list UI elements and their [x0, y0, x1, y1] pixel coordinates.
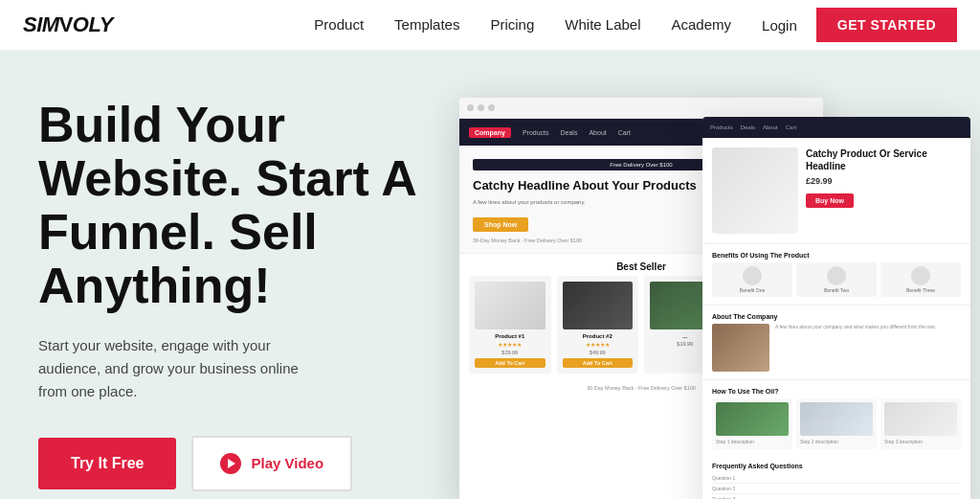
about-title: About The Company: [712, 313, 961, 320]
mockup-product-page: Products Deals About Cart Catchy Product…: [702, 117, 970, 499]
mockup-company-badge: Company: [469, 127, 511, 138]
logo: SIMVOLY: [23, 12, 113, 37]
product-text: Step 3 description: [884, 439, 957, 445]
product-text: Step 1 description: [716, 439, 789, 445]
navigation: SIMVOLY Product Templates Pricing White …: [0, 0, 980, 50]
add-to-cart-btn: Add To Cart: [475, 358, 546, 368]
product-stars: ★★★★★: [475, 341, 546, 348]
list-item: Product #2 ★★★★★ $49.99 Add To Cart: [557, 276, 639, 374]
list-item: Product #1 ★★★★★ $29.99 Add To Cart: [469, 276, 551, 374]
hero-subtext: Start your website, engage with your aud…: [38, 334, 325, 403]
mockup-about: About The Company A few lines about your…: [702, 306, 970, 380]
get-started-button[interactable]: GET STARTED: [816, 8, 957, 42]
nav-item-templates[interactable]: Templates: [394, 16, 459, 34]
benefit-label: Benefit Two: [800, 287, 873, 293]
play-triangle: [228, 459, 235, 468]
nav-item-product[interactable]: Product: [314, 16, 364, 34]
product-hero-info: Catchy Product Or Service Headline £29.9…: [806, 147, 961, 234]
product-name: Product #2: [563, 333, 634, 339]
hero-buttons: Try It Free Play Video: [38, 436, 450, 491]
login-link[interactable]: Login: [762, 17, 797, 34]
benefit-label: Benefit Three: [884, 287, 957, 293]
benefits-title: Benefits Of Using The Product: [712, 252, 961, 259]
list-item: Step 1 description: [712, 398, 792, 449]
list-item: Question 2: [712, 484, 961, 494]
about-text: A few lines about your company and what …: [775, 324, 936, 372]
list-item: Benefit Three: [880, 262, 961, 297]
product-price: $49.99: [563, 350, 634, 355]
mockup-right-products: How To Use The Oil? Step 1 description S…: [702, 380, 970, 457]
benefits-grid: Benefit One Benefit Two Benefit Three: [712, 262, 961, 297]
hero-section: Build Your Website. Start A Funnel. Sell…: [0, 50, 980, 499]
mockup-shop-btn: Shop Now: [473, 217, 528, 232]
play-video-button[interactable]: Play Video: [191, 436, 352, 491]
product-image: [716, 402, 789, 436]
hero-right: Company Products Deals About Cart Free D…: [450, 88, 942, 499]
list-item: Benefit One: [712, 262, 792, 297]
product-hero-price: £29.99: [806, 176, 961, 186]
products-row: Step 1 description Step 2 description St…: [712, 398, 961, 449]
benefit-icon: [911, 266, 930, 285]
mockup-benefits: Benefits Of Using The Product Benefit On…: [702, 244, 970, 306]
mockup-right-header: Products Deals About Cart: [702, 117, 970, 138]
list-item: Benefit Two: [796, 262, 877, 297]
hero-left: Build Your Website. Start A Funnel. Sell…: [38, 88, 450, 499]
nav-item-whitelabel[interactable]: White Label: [565, 16, 640, 34]
buy-now-btn: Buy Now: [806, 193, 854, 208]
hero-headline: Build Your Website. Start A Funnel. Sell…: [38, 98, 450, 313]
try-free-button[interactable]: Try It Free: [38, 438, 176, 489]
list-item: Question 1: [712, 473, 961, 484]
product-price: $29.99: [475, 350, 546, 355]
about-content: A few lines about your company and what …: [712, 324, 961, 372]
product-hero-image: [712, 147, 798, 234]
nav-item-academy[interactable]: Academy: [672, 16, 732, 34]
nav-links: Product Templates Pricing White Label Ac…: [314, 16, 731, 34]
product-name: Product #1: [475, 333, 546, 339]
product-image: [884, 402, 957, 436]
nav-item-pricing[interactable]: Pricing: [490, 16, 534, 34]
faq-title: Frequently Asked Questions: [712, 463, 961, 469]
mockup-product-hero: Catchy Product Or Service Headline £29.9…: [702, 138, 970, 244]
list-item: Question 3: [712, 494, 961, 500]
list-item: Step 3 description: [880, 398, 961, 449]
product-image: [475, 282, 546, 329]
play-video-label: Play Video: [251, 455, 323, 471]
about-image: [712, 324, 769, 372]
product-hero-title: Catchy Product Or Service Headline: [806, 147, 961, 172]
mockup-topbar: [459, 98, 823, 119]
product-stars: ★★★★★: [563, 341, 634, 348]
products-section-title: How To Use The Oil?: [712, 388, 961, 395]
benefit-icon: [743, 266, 762, 285]
add-to-cart-btn: Add To Cart: [563, 358, 634, 368]
product-text: Step 2 description: [800, 439, 873, 445]
mockup-faq: Frequently Asked Questions Question 1 Qu…: [702, 457, 970, 500]
benefit-icon: [827, 266, 846, 285]
product-image: [563, 282, 634, 329]
list-item: Step 2 description: [796, 398, 877, 449]
benefit-label: Benefit One: [716, 287, 789, 293]
play-icon: [220, 453, 241, 474]
product-image: [800, 402, 873, 436]
